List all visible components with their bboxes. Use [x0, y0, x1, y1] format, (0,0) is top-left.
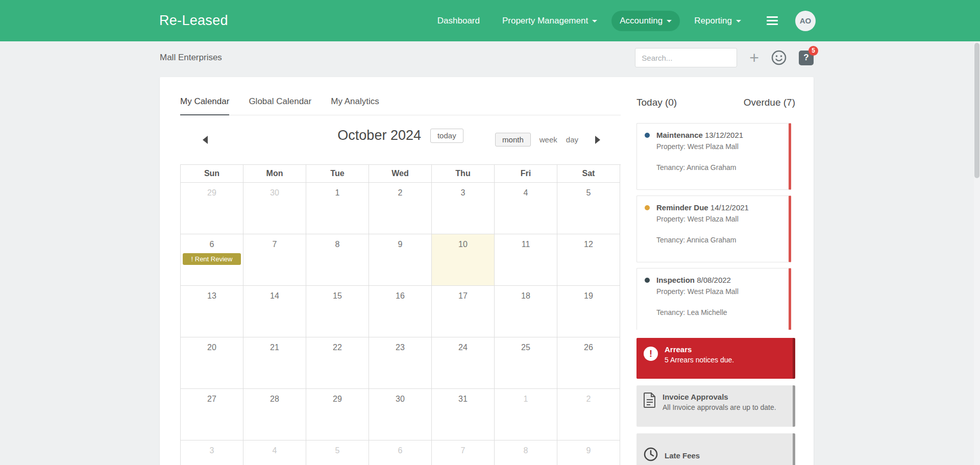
- search-input[interactable]: [635, 48, 737, 67]
- arrears-card[interactable]: ! Arrears 5 Arrears notices due.: [636, 338, 795, 379]
- day-number: 5: [306, 440, 369, 455]
- calendar-event-badge[interactable]: ! Rent Review: [183, 253, 241, 265]
- calendar-day-cell-4[interactable]: 4: [243, 440, 306, 465]
- overdue-item-property: Property: West Plaza Mall: [656, 287, 782, 296]
- next-month-icon[interactable]: [595, 136, 600, 144]
- overdue-tab[interactable]: Overdue (7): [744, 97, 795, 108]
- overdue-item[interactable]: Maintenance 13/12/2021Property: West Pla…: [636, 123, 791, 190]
- overdue-item[interactable]: Reminder Due 14/12/2021Property: West Pl…: [636, 195, 791, 262]
- calendar-day-cell-30[interactable]: 30: [369, 389, 432, 440]
- calendar-day-cell-5[interactable]: 5: [557, 183, 620, 234]
- calendar-day-cell-7[interactable]: 7: [243, 234, 306, 286]
- calendar-day-cell-22[interactable]: 22: [306, 337, 369, 389]
- day-number: 1: [306, 183, 369, 198]
- calendar-week-row: 13141516171819: [180, 286, 621, 337]
- view-day-button[interactable]: day: [566, 135, 578, 144]
- page-header: Mall Enterprises + ? 5: [160, 45, 814, 70]
- avatar[interactable]: AO: [795, 11, 816, 31]
- calendar-day-cell-17[interactable]: 17: [432, 286, 495, 337]
- tab-my-calendar[interactable]: My Calendar: [180, 94, 229, 115]
- nav-accounting-label: Accounting: [620, 16, 663, 26]
- nav-reporting[interactable]: Reporting: [686, 11, 749, 31]
- today-button[interactable]: today: [430, 129, 463, 143]
- day-number: 22: [306, 337, 369, 352]
- calendar-day-cell-8[interactable]: 8: [306, 234, 369, 286]
- calendar-day-cell-8[interactable]: 8: [495, 440, 557, 465]
- day-number: 17: [432, 286, 494, 301]
- day-number: 29: [306, 389, 369, 404]
- today-tab[interactable]: Today (0): [636, 97, 677, 108]
- calendar-day-cell-14[interactable]: 14: [243, 286, 306, 337]
- calendar-day-cell-6[interactable]: 6: [369, 440, 432, 465]
- calendar-day-cell-28[interactable]: 28: [243, 389, 306, 440]
- calendar-day-cell-9[interactable]: 9: [557, 440, 620, 465]
- calendar-day-cell-1[interactable]: 1: [306, 183, 369, 234]
- overdue-item-property: Property: West Plaza Mall: [656, 142, 782, 151]
- overdue-item-date: 14/12/2021: [710, 203, 749, 212]
- invoice-approvals-card[interactable]: Invoice Approvals All Invoice approvals …: [636, 385, 795, 427]
- day-header-sun: Sun: [181, 165, 243, 183]
- calendar-day-cell-13[interactable]: 13: [181, 286, 243, 337]
- calendar-day-cell-10[interactable]: 10: [432, 234, 495, 286]
- calendar-week-row: 3456789: [180, 440, 621, 465]
- calendar-day-cell-31[interactable]: 31: [432, 389, 495, 440]
- support-icon[interactable]: [771, 50, 787, 65]
- calendar-day-cell-9[interactable]: 9: [369, 234, 432, 286]
- calendar-day-cell-19[interactable]: 19: [557, 286, 620, 337]
- calendar-day-cell-11[interactable]: 11: [495, 234, 557, 286]
- window-scrollbar[interactable]: [974, 41, 980, 465]
- view-month-button[interactable]: month: [495, 133, 531, 146]
- calendar-day-cell-18[interactable]: 18: [495, 286, 557, 337]
- calendar-week-row: 20212223242526: [180, 337, 621, 389]
- tab-global-calendar[interactable]: Global Calendar: [249, 94, 311, 115]
- arrears-title: Arrears: [665, 345, 734, 354]
- calendar-week-row: 6! Rent Review789101112: [180, 234, 621, 286]
- calendar-day-cell-27[interactable]: 27: [181, 389, 243, 440]
- calendar-day-cell-12[interactable]: 12: [557, 234, 620, 286]
- view-week-button[interactable]: week: [540, 135, 557, 144]
- help-button[interactable]: ? 5: [799, 51, 814, 65]
- overdue-item-title: Inspection: [656, 276, 697, 284]
- calendar-day-cell-2[interactable]: 2: [369, 183, 432, 234]
- calendar-day-cell-24[interactable]: 24: [432, 337, 495, 389]
- day-number: 7: [432, 440, 494, 455]
- nav-property-management[interactable]: Property Management: [494, 11, 605, 31]
- late-fees-card[interactable]: Late Fees: [636, 433, 795, 465]
- calendar-day-cell-29[interactable]: 29: [181, 183, 243, 234]
- calendar-day-cell-3[interactable]: 3: [432, 183, 495, 234]
- calendar-day-cell-23[interactable]: 23: [369, 337, 432, 389]
- calendar-day-cell-4[interactable]: 4: [495, 183, 557, 234]
- overdue-list[interactable]: Maintenance 13/12/2021Property: West Pla…: [636, 123, 795, 330]
- calendar-day-cell-26[interactable]: 26: [557, 337, 620, 389]
- window-scrollbar-thumb[interactable]: [974, 43, 979, 178]
- overdue-item[interactable]: Inspection 8/08/2022Property: West Plaza…: [636, 268, 791, 330]
- add-button[interactable]: +: [749, 51, 759, 64]
- nav-dashboard-label: Dashboard: [437, 16, 480, 26]
- calendar-day-cell-1[interactable]: 1: [495, 389, 557, 440]
- calendar-day-cell-20[interactable]: 20: [181, 337, 243, 389]
- chevron-down-icon: [592, 20, 597, 22]
- nav-dashboard[interactable]: Dashboard: [429, 11, 488, 31]
- day-header-wed: Wed: [369, 165, 432, 183]
- calendar-day-cell-21[interactable]: 21: [243, 337, 306, 389]
- calendar-day-cell-3[interactable]: 3: [181, 440, 243, 465]
- calendar-day-cell-25[interactable]: 25: [495, 337, 557, 389]
- page-container: Mall Enterprises + ? 5: [160, 45, 814, 465]
- exclamation-icon: !: [644, 347, 658, 361]
- calendar-day-cell-30[interactable]: 30: [243, 183, 306, 234]
- day-number: 14: [243, 286, 306, 301]
- header-tools: + ? 5: [635, 48, 814, 67]
- calendar-day-cell-15[interactable]: 15: [306, 286, 369, 337]
- day-number: 30: [243, 183, 306, 198]
- calendar-day-cell-29[interactable]: 29: [306, 389, 369, 440]
- calendar-day-cell-6[interactable]: 6! Rent Review: [181, 234, 243, 286]
- day-header-thu: Thu: [432, 165, 495, 183]
- menu-icon[interactable]: [764, 13, 781, 28]
- calendar-day-cell-16[interactable]: 16: [369, 286, 432, 337]
- nav-accounting[interactable]: Accounting: [611, 11, 680, 31]
- tab-my-analytics[interactable]: My Analytics: [331, 94, 379, 115]
- calendar-day-cell-5[interactable]: 5: [306, 440, 369, 465]
- calendar-day-cell-2[interactable]: 2: [557, 389, 620, 440]
- app-logo[interactable]: Re-Leased: [159, 13, 228, 29]
- calendar-day-cell-7[interactable]: 7: [432, 440, 495, 465]
